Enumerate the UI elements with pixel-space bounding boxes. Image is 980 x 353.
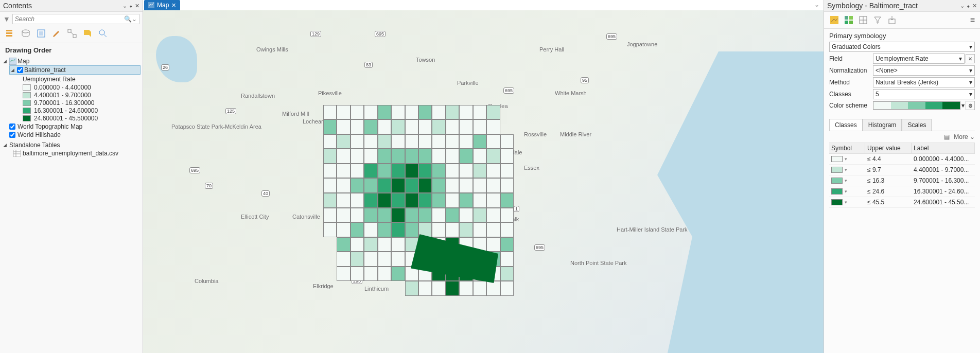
normalization-dropdown[interactable]: <None>▾ bbox=[873, 65, 975, 76]
census-tract[interactable] bbox=[473, 281, 486, 296]
census-tract[interactable] bbox=[432, 281, 445, 296]
map-tab-close-icon[interactable]: ✕ bbox=[171, 2, 176, 9]
census-tract[interactable] bbox=[418, 178, 432, 193]
census-tract[interactable] bbox=[391, 208, 405, 223]
census-tract[interactable] bbox=[500, 134, 514, 149]
census-tract[interactable] bbox=[337, 164, 350, 179]
census-tract[interactable] bbox=[432, 119, 445, 134]
list-by-snapping-icon[interactable] bbox=[67, 28, 77, 39]
census-tract[interactable] bbox=[378, 222, 391, 237]
census-tract[interactable] bbox=[446, 149, 459, 164]
census-tract[interactable] bbox=[351, 222, 364, 237]
census-tract[interactable] bbox=[486, 119, 500, 134]
census-tract[interactable] bbox=[337, 252, 350, 267]
census-tract[interactable] bbox=[323, 164, 337, 179]
census-tract[interactable] bbox=[446, 193, 459, 208]
census-tract[interactable] bbox=[418, 208, 432, 223]
census-tract[interactable] bbox=[446, 222, 459, 237]
census-tract[interactable] bbox=[432, 222, 445, 237]
census-tract[interactable] bbox=[459, 134, 472, 149]
tab-classes[interactable]: Classes bbox=[829, 119, 863, 131]
census-tract[interactable] bbox=[500, 237, 514, 252]
expand-arrow-icon[interactable]: ◢ bbox=[11, 67, 16, 73]
census-tract[interactable] bbox=[405, 281, 418, 296]
map-tabs-collapse-icon[interactable]: ⌄ bbox=[810, 0, 824, 10]
census-tract[interactable] bbox=[391, 178, 405, 193]
class-swatch[interactable] bbox=[831, 188, 843, 195]
class-row[interactable]: ▾≤ 9.74.400001 - 9.7000... bbox=[829, 165, 975, 175]
list-by-editing-icon[interactable] bbox=[51, 28, 62, 39]
census-tract[interactable] bbox=[378, 134, 391, 149]
map-node[interactable]: ◢ Map bbox=[2, 57, 141, 65]
census-tract[interactable] bbox=[391, 164, 405, 179]
census-tract[interactable] bbox=[459, 164, 472, 179]
census-tract[interactable] bbox=[351, 178, 364, 193]
class-upper-value[interactable]: ≤ 45.5 bbox=[865, 197, 912, 207]
census-tract[interactable] bbox=[323, 149, 337, 164]
census-tract[interactable] bbox=[500, 164, 514, 179]
import-icon[interactable] bbox=[887, 15, 897, 25]
list-by-labeling-icon[interactable] bbox=[82, 28, 93, 39]
list-by-selection-icon[interactable] bbox=[36, 28, 46, 39]
census-tract[interactable] bbox=[351, 237, 364, 252]
class-swatch[interactable] bbox=[831, 178, 843, 184]
color-scheme-ramp[interactable] bbox=[873, 101, 960, 110]
census-tract[interactable] bbox=[378, 178, 391, 193]
census-tract[interactable] bbox=[337, 193, 350, 208]
class-label[interactable]: 4.400001 - 9.7000... bbox=[912, 165, 975, 175]
census-tract[interactable] bbox=[351, 134, 364, 149]
header-label[interactable]: Label bbox=[912, 143, 975, 153]
chevron-down-icon[interactable]: ▾ bbox=[845, 178, 847, 183]
census-tract[interactable] bbox=[364, 105, 377, 120]
census-tract[interactable] bbox=[486, 134, 500, 149]
census-tract[interactable] bbox=[446, 134, 459, 149]
census-tract[interactable] bbox=[351, 105, 364, 120]
census-tract[interactable] bbox=[500, 267, 514, 281]
symbol-layer-drawing-icon[interactable] bbox=[858, 15, 868, 25]
census-tract[interactable] bbox=[459, 193, 472, 208]
census-tract[interactable] bbox=[391, 149, 405, 164]
census-tract[interactable] bbox=[337, 237, 350, 252]
census-tract[interactable] bbox=[500, 222, 514, 237]
census-tract[interactable] bbox=[446, 119, 459, 134]
census-tract[interactable] bbox=[486, 193, 500, 208]
census-tract[interactable] bbox=[378, 267, 391, 281]
census-tract[interactable] bbox=[446, 178, 459, 193]
census-tract[interactable] bbox=[323, 193, 337, 208]
close-icon[interactable]: ✕ bbox=[972, 3, 977, 9]
class-swatch[interactable] bbox=[831, 167, 843, 173]
census-tract[interactable] bbox=[405, 193, 418, 208]
census-tract[interactable] bbox=[364, 267, 377, 281]
census-tract[interactable] bbox=[364, 252, 377, 267]
map-view[interactable]: Map ✕ ⌄ Owings MillsTowsonPerry HallJogp… bbox=[143, 0, 824, 353]
census-tract[interactable] bbox=[364, 178, 377, 193]
census-tract[interactable] bbox=[418, 281, 432, 296]
list-by-drawing-order-icon[interactable] bbox=[5, 28, 15, 39]
basemap-topographic[interactable]: World Topographic Map bbox=[9, 122, 141, 131]
census-tract[interactable] bbox=[337, 178, 350, 193]
census-tract[interactable] bbox=[351, 193, 364, 208]
census-tract[interactable] bbox=[459, 222, 472, 237]
census-tract[interactable] bbox=[405, 149, 418, 164]
census-tract[interactable] bbox=[473, 119, 486, 134]
class-row[interactable]: ▾≤ 16.39.700001 - 16.300... bbox=[829, 175, 975, 186]
tab-scales[interactable]: Scales bbox=[902, 119, 932, 131]
census-tract[interactable] bbox=[473, 208, 486, 223]
census-tract[interactable] bbox=[473, 222, 486, 237]
basemap1-checkbox[interactable] bbox=[9, 123, 15, 130]
census-tract[interactable] bbox=[391, 105, 405, 120]
census-tract[interactable] bbox=[459, 119, 472, 134]
symbology-type-dropdown[interactable]: Graduated Colors▾ bbox=[829, 42, 975, 52]
legend-item[interactable]: 24.600001 - 45.500000 bbox=[23, 115, 141, 122]
census-tract[interactable] bbox=[446, 105, 459, 120]
pin-icon[interactable]: ⬥ bbox=[129, 3, 133, 9]
class-swatch[interactable] bbox=[831, 199, 843, 205]
class-swatch[interactable] bbox=[831, 156, 843, 162]
class-label[interactable]: 16.300001 - 24.60... bbox=[912, 186, 975, 197]
census-tract[interactable] bbox=[405, 134, 418, 149]
class-label[interactable]: 0.000000 - 4.4000... bbox=[912, 154, 975, 164]
census-tract[interactable] bbox=[418, 193, 432, 208]
census-tract[interactable] bbox=[459, 208, 472, 223]
chevron-down-icon[interactable]: ▾ bbox=[845, 167, 847, 172]
close-icon[interactable]: ✕ bbox=[135, 3, 139, 9]
